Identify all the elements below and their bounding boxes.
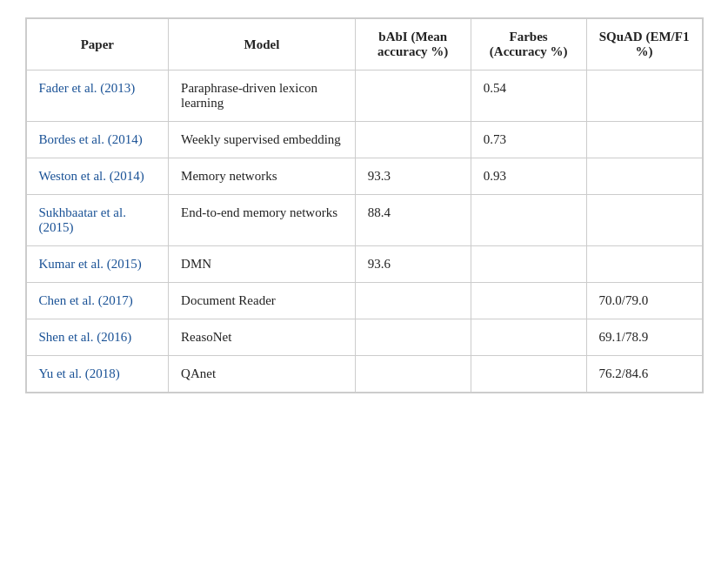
cell-farbes bbox=[471, 246, 586, 283]
cell-farbes bbox=[471, 283, 586, 319]
cell-babi bbox=[355, 319, 471, 356]
paper-link[interactable]: Kumar et al. (2015) bbox=[39, 257, 142, 271]
cell-farbes: 0.54 bbox=[471, 71, 586, 122]
cell-model: Document Reader bbox=[169, 283, 356, 319]
header-model: Model bbox=[169, 19, 356, 71]
table-row: Bordes et al. (2014)Weekly supervised em… bbox=[26, 122, 702, 158]
header-squad: SQuAD (EM/F1 %) bbox=[586, 19, 702, 71]
paper-link[interactable]: Fader et al. (2013) bbox=[39, 81, 136, 95]
paper-link[interactable]: Sukhbaatar et al. (2015) bbox=[39, 205, 126, 234]
cell-babi bbox=[355, 122, 471, 158]
cell-squad: 69.1/78.9 bbox=[586, 319, 702, 356]
cell-model: Paraphrase-driven lexicon learning bbox=[169, 71, 356, 122]
cell-model: ReasoNet bbox=[169, 319, 356, 356]
cell-model: End-to-end memory networks bbox=[169, 195, 356, 246]
cell-farbes bbox=[471, 195, 586, 246]
header-paper: Paper bbox=[26, 19, 169, 71]
cell-squad: 76.2/84.6 bbox=[586, 356, 702, 393]
cell-model: DMN bbox=[169, 246, 356, 283]
table-row: Kumar et al. (2015)DMN93.6 bbox=[26, 246, 702, 283]
header-farbes: Farbes (Accuracy %) bbox=[471, 19, 586, 71]
table-row: Shen et al. (2016)ReasoNet69.1/78.9 bbox=[26, 319, 702, 356]
cell-paper: Sukhbaatar et al. (2015) bbox=[26, 195, 169, 246]
paper-link[interactable]: Weston et al. (2014) bbox=[39, 169, 144, 183]
cell-squad bbox=[586, 195, 702, 246]
cell-paper: Fader et al. (2013) bbox=[26, 71, 169, 122]
cell-babi bbox=[355, 356, 471, 393]
paper-link[interactable]: Bordes et al. (2014) bbox=[39, 132, 143, 146]
cell-farbes bbox=[471, 319, 586, 356]
cell-paper: Weston et al. (2014) bbox=[26, 158, 169, 195]
comparison-table: Paper Model bAbI (Mean accuracy %) Farbe… bbox=[25, 17, 704, 393]
cell-farbes: 0.73 bbox=[471, 122, 586, 158]
cell-paper: Chen et al. (2017) bbox=[26, 283, 169, 319]
cell-babi: 93.6 bbox=[355, 246, 471, 283]
cell-squad bbox=[586, 246, 702, 283]
cell-babi bbox=[355, 71, 471, 122]
cell-squad bbox=[586, 71, 702, 122]
cell-model: QAnet bbox=[169, 356, 356, 393]
cell-squad: 70.0/79.0 bbox=[586, 283, 702, 319]
paper-link[interactable]: Shen et al. (2016) bbox=[39, 330, 132, 344]
cell-babi: 88.4 bbox=[355, 195, 471, 246]
paper-link[interactable]: Chen et al. (2017) bbox=[39, 293, 133, 307]
cell-babi bbox=[355, 283, 471, 319]
table-row: Yu et al. (2018)QAnet76.2/84.6 bbox=[26, 356, 702, 393]
table-row: Fader et al. (2013)Paraphrase-driven lex… bbox=[26, 71, 702, 122]
table-header-row: Paper Model bAbI (Mean accuracy %) Farbe… bbox=[26, 19, 702, 71]
cell-model: Memory networks bbox=[169, 158, 356, 195]
cell-paper: Bordes et al. (2014) bbox=[26, 122, 169, 158]
cell-model: Weekly supervised embedding bbox=[169, 122, 356, 158]
cell-paper: Yu et al. (2018) bbox=[26, 356, 169, 393]
header-babi: bAbI (Mean accuracy %) bbox=[355, 19, 471, 71]
cell-babi: 93.3 bbox=[355, 158, 471, 195]
cell-farbes: 0.93 bbox=[471, 158, 586, 195]
cell-squad bbox=[586, 122, 702, 158]
cell-squad bbox=[586, 158, 702, 195]
table-row: Weston et al. (2014)Memory networks93.30… bbox=[26, 158, 702, 195]
paper-link[interactable]: Yu et al. (2018) bbox=[39, 366, 120, 380]
table-row: Chen et al. (2017)Document Reader70.0/79… bbox=[26, 283, 702, 319]
cell-paper: Kumar et al. (2015) bbox=[26, 246, 169, 283]
cell-paper: Shen et al. (2016) bbox=[26, 319, 169, 356]
cell-farbes bbox=[471, 356, 586, 393]
table-row: Sukhbaatar et al. (2015)End-to-end memor… bbox=[26, 195, 702, 246]
